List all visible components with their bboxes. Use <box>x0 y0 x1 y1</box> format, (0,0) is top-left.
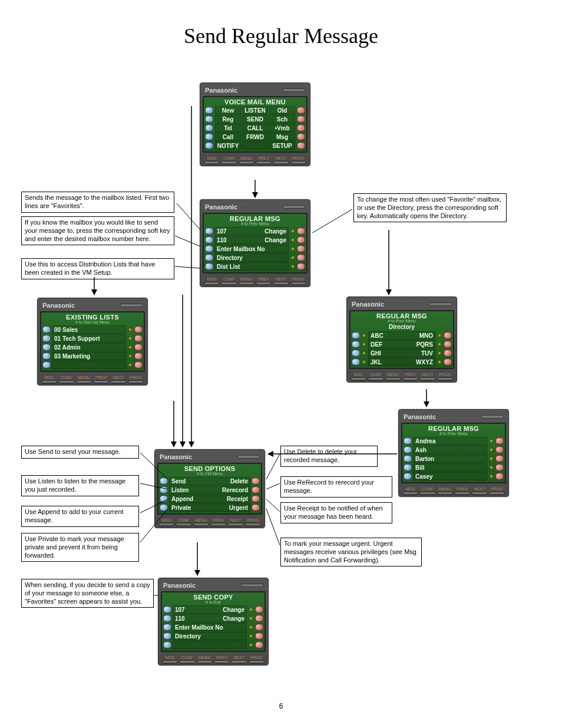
hardkey[interactable] <box>249 660 265 664</box>
softkey-left[interactable] <box>160 495 168 502</box>
softkey-right[interactable] <box>252 486 260 493</box>
hardkey[interactable] <box>489 492 505 495</box>
hardkey[interactable] <box>227 523 243 526</box>
hardkey[interactable] <box>221 282 237 285</box>
opt-rerecord[interactable]: Rerecord <box>222 487 248 493</box>
softkey-right[interactable] <box>297 254 305 261</box>
hardkey[interactable] <box>221 161 237 164</box>
softkey-left[interactable] <box>205 124 213 131</box>
vm-cell[interactable]: FRWD <box>242 133 268 141</box>
copy-directory[interactable]: Directory <box>175 633 201 639</box>
hardkey[interactable] <box>210 523 226 526</box>
softkey-left[interactable] <box>352 341 360 348</box>
keypad-group[interactable]: DEF <box>371 341 382 347</box>
vm-cell[interactable]: SEND <box>242 115 268 123</box>
opt-append[interactable]: Append <box>171 496 193 502</box>
softkey-left[interactable] <box>352 350 360 357</box>
fav-mailbox-1[interactable]: 107 <box>217 228 227 234</box>
vm-cell[interactable]: NOTIFY <box>215 141 241 150</box>
opt-delete[interactable]: Delete <box>230 478 248 484</box>
hardkey[interactable] <box>93 380 109 384</box>
opt-send[interactable]: Send <box>171 478 186 484</box>
softkey-right[interactable] <box>255 615 263 622</box>
opt-receipt[interactable]: Receipt <box>227 496 248 502</box>
dir-name[interactable]: Ash <box>415 447 427 453</box>
softkey-right[interactable] <box>297 245 305 252</box>
softkey-left[interactable] <box>352 332 360 339</box>
keypad-group[interactable]: JKL <box>371 359 382 365</box>
opt-private[interactable]: Private <box>171 505 191 510</box>
softkey-right[interactable] <box>444 350 452 357</box>
hardkey[interactable] <box>214 660 230 664</box>
softkey-right[interactable] <box>134 335 143 342</box>
softkey-left[interactable] <box>160 477 168 485</box>
softkey-right[interactable] <box>255 633 263 640</box>
hardkey[interactable] <box>58 380 74 384</box>
keypad-group[interactable]: MNO <box>419 332 433 338</box>
keypad-group[interactable]: WXYZ <box>416 359 433 365</box>
hardkey[interactable] <box>273 161 289 164</box>
softkey-right[interactable] <box>444 332 452 339</box>
vm-cell[interactable]: •Vmb <box>269 124 295 132</box>
vm-cell[interactable]: Sch <box>269 115 295 123</box>
softkey-left[interactable] <box>205 107 213 114</box>
hardkey[interactable] <box>437 492 453 495</box>
softkey-right[interactable] <box>495 446 504 453</box>
softkey-right[interactable] <box>297 124 305 131</box>
vm-cell[interactable]: Msg <box>269 133 295 141</box>
copy-change-2[interactable]: Change <box>223 615 244 621</box>
hardkey[interactable] <box>368 377 384 381</box>
hardkey[interactable] <box>402 377 418 381</box>
hardkey[interactable] <box>256 161 272 164</box>
hardkey[interactable] <box>471 492 487 495</box>
hardkey[interactable] <box>290 161 306 164</box>
softkey-left[interactable] <box>163 633 171 640</box>
keypad-group[interactable]: ABC <box>371 332 384 338</box>
softkey-left[interactable] <box>163 641 171 648</box>
opt-listen[interactable]: Listen <box>171 487 189 493</box>
softkey-left[interactable] <box>404 446 412 453</box>
softkey-left[interactable] <box>42 335 51 342</box>
hardkey[interactable] <box>402 492 418 495</box>
hardkey[interactable] <box>351 377 366 381</box>
softkey-right[interactable] <box>252 504 260 511</box>
softkey-right[interactable] <box>444 341 452 348</box>
softkey-left[interactable] <box>205 263 213 270</box>
softkey-right[interactable] <box>134 326 143 333</box>
softkey-left[interactable] <box>42 353 51 360</box>
hardkey[interactable] <box>290 282 306 285</box>
softkey-right[interactable] <box>252 495 260 502</box>
hardkey[interactable] <box>419 492 435 495</box>
softkey-left[interactable] <box>163 615 171 622</box>
hardkey[interactable] <box>41 380 57 384</box>
hardkey[interactable] <box>239 282 254 285</box>
softkey-left[interactable] <box>404 437 412 444</box>
hardkey[interactable] <box>193 523 209 526</box>
hardkey[interactable] <box>128 380 144 384</box>
vm-cell[interactable]: Call <box>215 133 241 141</box>
hardkey[interactable] <box>385 377 401 381</box>
hardkey[interactable] <box>273 282 289 285</box>
keypad-group[interactable]: TUV <box>421 350 433 356</box>
softkey-right[interactable] <box>495 437 504 444</box>
vm-cell[interactable]: SETUP <box>269 141 295 150</box>
hardkey[interactable] <box>158 523 174 526</box>
hardkey[interactable] <box>204 282 220 285</box>
hardkey[interactable] <box>239 161 254 164</box>
hardkey[interactable] <box>419 377 435 381</box>
dir-name[interactable]: Barton <box>415 456 434 462</box>
dir-name[interactable]: Casey <box>415 473 432 479</box>
change-fav-2[interactable]: Change <box>265 237 286 243</box>
softkey-right[interactable] <box>297 107 305 114</box>
hardkey[interactable] <box>76 380 92 384</box>
softkey-right[interactable] <box>495 464 504 471</box>
vm-cell[interactable]: New <box>215 106 241 114</box>
softkey-left[interactable] <box>205 116 213 123</box>
softkey-right[interactable] <box>255 624 263 631</box>
softkey-right[interactable] <box>297 236 305 243</box>
keypad-group[interactable]: PQRS <box>416 341 433 347</box>
softkey-left[interactable] <box>42 326 51 333</box>
softkey-right[interactable] <box>255 606 263 613</box>
softkey-right[interactable] <box>297 142 305 149</box>
vm-cell[interactable]: Tel <box>215 124 241 132</box>
